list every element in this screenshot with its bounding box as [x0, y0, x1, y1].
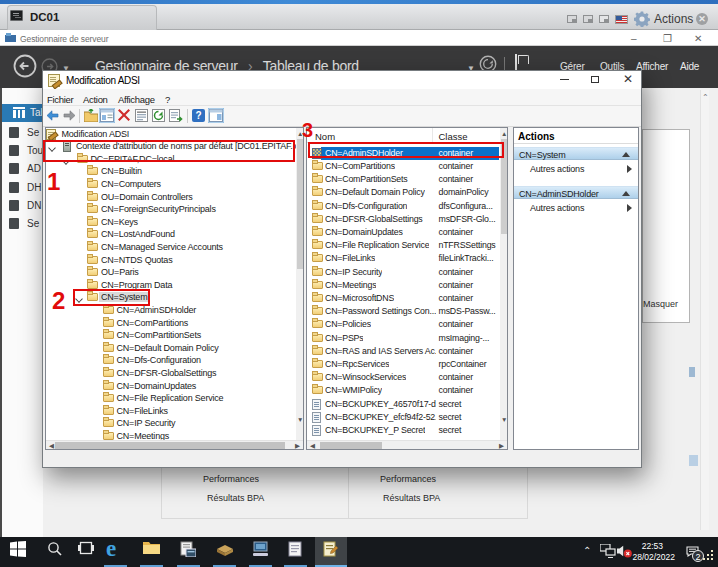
svg-text:?: ? [195, 110, 201, 121]
